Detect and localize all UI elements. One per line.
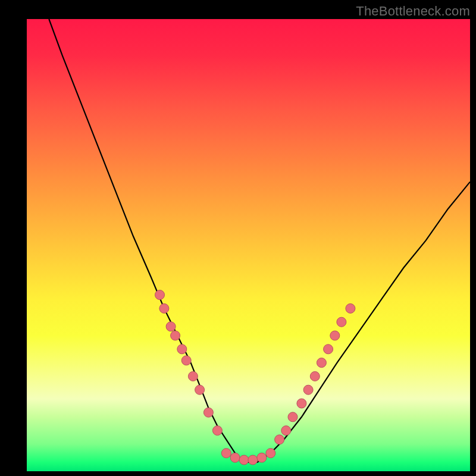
data-point	[324, 345, 333, 354]
data-point	[346, 303, 355, 313]
data-point	[248, 455, 258, 465]
data-point	[239, 455, 249, 465]
data-point	[155, 290, 165, 300]
data-point	[310, 371, 320, 381]
data-point	[337, 317, 346, 327]
data-point	[181, 356, 191, 365]
data-point	[330, 331, 340, 340]
chart-container	[27, 19, 470, 471]
data-point	[212, 426, 222, 436]
data-point	[281, 426, 291, 436]
data-point	[303, 385, 313, 394]
watermark-text: TheBottleneck.com	[356, 4, 470, 19]
bottleneck-chart	[27, 19, 470, 471]
data-point	[177, 345, 187, 354]
data-point	[166, 322, 176, 331]
data-point	[203, 408, 213, 417]
data-point	[297, 399, 306, 408]
data-point	[159, 303, 169, 313]
gradient-background	[27, 19, 470, 471]
data-point	[275, 435, 284, 444]
data-point	[266, 449, 275, 458]
data-point	[188, 371, 198, 381]
data-point	[230, 453, 240, 462]
data-point	[221, 449, 231, 458]
data-point	[171, 331, 180, 340]
data-point	[288, 412, 298, 422]
data-point	[195, 385, 205, 394]
data-point	[317, 358, 326, 368]
data-point	[257, 453, 267, 462]
